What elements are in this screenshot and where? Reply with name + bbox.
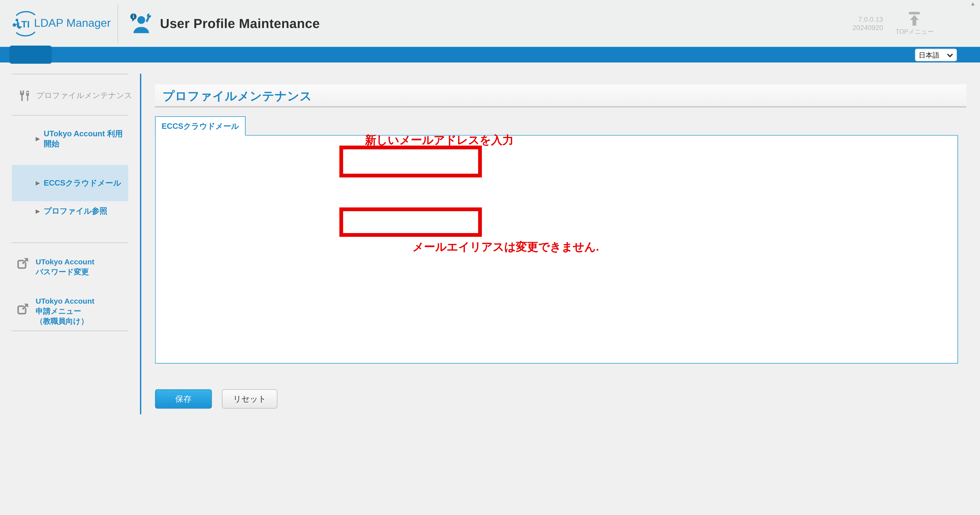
sidebar-divider — [12, 115, 128, 116]
header-right: 7.0.0.13 20240920 TOPメニュー — [853, 11, 980, 36]
sidebar-item-profile-view[interactable]: ▶ プロファイル参照 — [35, 206, 107, 216]
top-menu-label: TOPメニュー — [896, 27, 934, 36]
sidebar-link-password-change[interactable]: UTokyo Account パスワード変更 — [17, 257, 94, 277]
language-selected: 日本語 — [919, 50, 939, 60]
build-date: 20240920 — [853, 24, 883, 32]
sidebar-item-label: ECCSクラウドメール — [44, 178, 121, 188]
menu-bar: 日本語 — [0, 47, 980, 62]
sidebar-item-utokyo-account-start[interactable]: ▶ UTokyo Account 利用 開始 — [35, 129, 123, 149]
sidebar-vertical-divider — [140, 74, 142, 414]
reset-button[interactable]: リセット — [222, 389, 277, 409]
version-info: 7.0.0.13 20240920 — [853, 15, 883, 32]
save-button[interactable]: 保存 — [155, 389, 212, 409]
annotation-new-email: 新しいメールアドレスを入力 — [365, 133, 514, 148]
version-number: 7.0.0.13 — [853, 15, 883, 23]
sidebar-link-label: 申請メニュー — [35, 306, 94, 316]
sidebar-link-label: パスワード変更 — [35, 267, 94, 277]
sidebar-link-label: （教職員向け） — [35, 316, 94, 326]
external-link-icon — [17, 302, 29, 315]
sidebar-item-label: 開始 — [44, 139, 123, 149]
sidebar-link-application-menu[interactable]: UTokyo Account 申請メニュー （教職員向け） — [17, 296, 94, 326]
page-heading: プロファイルメンテナンス — [155, 84, 966, 104]
brand-mark: LTI — [16, 19, 30, 29]
external-link-icon — [17, 257, 29, 269]
ldap-manager-logo: LTI LDAP Manager — [0, 10, 116, 37]
sidebar-item-eccs-cloud-mail[interactable]: ▶ ECCSクラウドメール — [35, 178, 121, 188]
svg-text:i: i — [133, 13, 134, 19]
language-select[interactable]: 日本語 — [915, 49, 957, 61]
sidebar-divider — [12, 74, 128, 74]
tools-icon — [19, 90, 30, 102]
app-header: LTI LDAP Manager i User Profile Maintena… — [0, 0, 980, 47]
triangle-icon: ▶ — [35, 180, 40, 186]
triangle-icon: ▶ — [35, 208, 40, 214]
sidebar: プロファイルメンテナンス ▶ UTokyo Account 利用 開始 ▶ EC… — [0, 62, 140, 515]
page-title-block: i User Profile Maintenance — [118, 12, 320, 35]
annotation-alias: メールエイリアスは変更できません. — [412, 239, 599, 254]
sidebar-section-label: プロファイルメンテナンス — [36, 91, 132, 101]
sidebar-link-label: UTokyo Account — [35, 296, 94, 306]
scroll-top-icon[interactable]: ▲ — [970, 1, 975, 7]
sidebar-section-profile-maintenance: プロファイルメンテナンス — [19, 90, 132, 102]
top-menu-button[interactable]: TOPメニュー — [896, 11, 934, 36]
sidebar-divider — [12, 331, 128, 331]
user-maintenance-icon: i — [129, 12, 153, 35]
sidebar-item-label: UTokyo Account 利用 — [44, 129, 123, 139]
app-title: User Profile Maintenance — [160, 16, 320, 31]
screen: LTI LDAP Manager i User Profile Maintena… — [0, 0, 980, 515]
chevron-down-icon — [947, 53, 953, 57]
sidebar-divider — [12, 242, 128, 243]
active-menu-tab[interactable] — [9, 46, 52, 64]
brand-name: LDAP Manager — [34, 17, 111, 30]
tab-eccs-cloud-mail[interactable]: ECCSクラウドメール — [155, 116, 246, 135]
top-menu-arrow-icon — [907, 11, 923, 26]
triangle-icon: ▶ — [35, 136, 40, 141]
page-heading-bar: プロファイルメンテナンス — [155, 84, 966, 107]
main-content: プロファイルメンテナンス ECCSクラウドメール メールアドレス @g.ecc.… — [155, 62, 980, 515]
sidebar-item-label: プロファイル参照 — [44, 206, 107, 216]
sidebar-link-label: UTokyo Account — [35, 257, 94, 267]
